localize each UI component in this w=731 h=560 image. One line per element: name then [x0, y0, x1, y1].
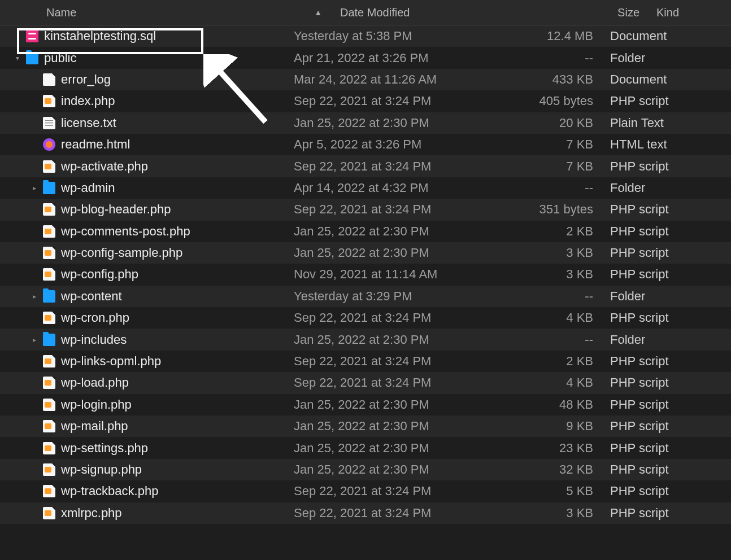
file-date-cell: Jan 25, 2022 at 2:30 PM: [282, 462, 486, 477]
file-name-cell[interactable]: wp-config.php: [0, 267, 282, 282]
file-name-cell[interactable]: wp-load.php: [0, 375, 282, 390]
file-kind-cell: PHP script: [598, 310, 731, 325]
file-row[interactable]: wp-load.phpSep 22, 2021 at 3:24 PM4 KBPH…: [0, 372, 731, 393]
file-name-label: wp-blog-header.php: [61, 202, 171, 217]
file-name-label: error_log: [61, 72, 111, 87]
php-file-icon: [43, 355, 55, 368]
file-kind-cell: Folder: [598, 289, 731, 304]
file-date-cell: Apr 14, 2022 at 4:32 PM: [282, 181, 486, 195]
disclosure-triangle-icon[interactable]: ▸: [31, 292, 38, 300]
file-date-cell: Jan 25, 2022 at 2:30 PM: [282, 116, 486, 130]
file-row[interactable]: license.txtJan 25, 2022 at 2:30 PM20 KBP…: [0, 112, 731, 134]
file-date-cell: Sep 22, 2021 at 3:24 PM: [282, 484, 486, 498]
file-size-cell: 351 bytes: [486, 202, 598, 217]
file-name-cell[interactable]: wp-signup.php: [0, 462, 282, 477]
file-row[interactable]: error_logMar 24, 2022 at 11:26 AM433 KBD…: [0, 69, 731, 90]
header-date[interactable]: Date Modified: [329, 6, 532, 19]
html-file-icon: [43, 138, 55, 151]
file-row[interactable]: wp-login.phpJan 25, 2022 at 2:30 PM48 KB…: [0, 394, 731, 415]
disclosure-triangle-icon[interactable]: ▸: [31, 336, 38, 344]
file-kind-cell: PHP script: [598, 397, 731, 412]
folder-icon: [43, 290, 55, 303]
file-row[interactable]: wp-config.phpNov 29, 2021 at 11:14 AM3 K…: [0, 264, 731, 285]
file-row[interactable]: wp-activate.phpSep 22, 2021 at 3:24 PM7 …: [0, 155, 731, 177]
file-date-cell: Sep 22, 2021 at 3:24 PM: [282, 310, 486, 325]
file-name-cell[interactable]: ▸wp-includes: [0, 333, 282, 347]
file-list[interactable]: kinstahelptesting.sqlYesterday at 5:38 P…: [0, 25, 731, 524]
php-file-icon: [43, 268, 55, 281]
file-name-cell[interactable]: ▸wp-admin: [0, 181, 282, 195]
file-name-label: wp-config.php: [61, 267, 138, 282]
file-row[interactable]: wp-mail.phpJan 25, 2022 at 2:30 PM9 KBPH…: [0, 415, 731, 437]
file-kind-cell: Document: [598, 29, 731, 43]
file-name-cell[interactable]: wp-blog-header.php: [0, 202, 282, 217]
file-row[interactable]: wp-comments-post.phpJan 25, 2022 at 2:30…: [0, 221, 731, 242]
file-kind-cell: PHP script: [598, 484, 731, 498]
file-name-cell[interactable]: wp-config-sample.php: [0, 246, 282, 260]
file-date-cell: Mar 24, 2022 at 11:26 AM: [282, 72, 486, 87]
file-name-label: wp-includes: [61, 333, 127, 347]
file-size-cell: --: [486, 289, 598, 304]
file-name-cell[interactable]: readme.html: [0, 137, 282, 152]
header-size[interactable]: Size: [532, 6, 644, 19]
file-kind-cell: Folder: [598, 181, 731, 195]
file-name-label: xmlrpc.php: [61, 506, 122, 520]
file-row[interactable]: wp-settings.phpJan 25, 2022 at 2:30 PM23…: [0, 437, 731, 458]
file-date-cell: Jan 25, 2022 at 2:30 PM: [282, 224, 486, 239]
file-row[interactable]: kinstahelptesting.sqlYesterday at 5:38 P…: [0, 25, 731, 47]
file-name-label: wp-mail.php: [61, 419, 128, 434]
file-name-cell[interactable]: wp-comments-post.php: [0, 224, 282, 239]
file-row[interactable]: wp-trackback.phpSep 22, 2021 at 3:24 PM5…: [0, 480, 731, 502]
file-size-cell: 7 KB: [486, 159, 598, 174]
file-name-cell[interactable]: wp-login.php: [0, 397, 282, 412]
file-date-cell: Sep 22, 2021 at 3:24 PM: [282, 375, 486, 390]
file-kind-cell: PHP script: [598, 462, 731, 477]
file-name-cell[interactable]: index.php: [0, 94, 282, 108]
file-date-cell: Sep 22, 2021 at 3:24 PM: [282, 354, 486, 369]
file-row[interactable]: wp-cron.phpSep 22, 2021 at 3:24 PM4 KBPH…: [0, 307, 731, 329]
file-kind-cell: PHP script: [598, 94, 731, 108]
file-row[interactable]: ▸wp-contentYesterday at 3:29 PM--Folder: [0, 286, 731, 307]
file-name-cell[interactable]: wp-mail.php: [0, 419, 282, 434]
file-size-cell: 12.4 MB: [486, 29, 598, 43]
file-row[interactable]: ▸wp-adminApr 14, 2022 at 4:32 PM--Folder: [0, 177, 731, 199]
file-name-cell[interactable]: xmlrpc.php: [0, 506, 282, 520]
file-row[interactable]: wp-links-opml.phpSep 22, 2021 at 3:24 PM…: [0, 351, 731, 372]
php-file-icon: [43, 485, 55, 497]
file-name-label: wp-links-opml.php: [61, 354, 161, 369]
file-name-cell[interactable]: license.txt: [0, 116, 282, 130]
file-size-cell: 9 KB: [486, 419, 598, 434]
file-name-cell[interactable]: wp-trackback.php: [0, 484, 282, 498]
column-headers: Name ▲ Date Modified Size Kind: [0, 0, 731, 25]
file-row[interactable]: readme.htmlApr 5, 2022 at 3:26 PM7 KBHTM…: [0, 134, 731, 155]
file-name-label: kinstahelptesting.sql: [44, 29, 156, 43]
file-kind-cell: PHP script: [598, 441, 731, 456]
file-name-cell[interactable]: ▸wp-content: [0, 289, 282, 304]
file-size-cell: --: [486, 181, 598, 195]
file-name-cell[interactable]: ▾public: [0, 51, 282, 65]
file-row[interactable]: wp-signup.phpJan 25, 2022 at 2:30 PM32 K…: [0, 459, 731, 480]
header-name[interactable]: Name ▲: [0, 6, 329, 19]
file-row[interactable]: wp-config-sample.phpJan 25, 2022 at 2:30…: [0, 242, 731, 264]
file-name-cell[interactable]: wp-settings.php: [0, 441, 282, 456]
php-file-icon: [43, 463, 55, 476]
file-row[interactable]: xmlrpc.phpSep 22, 2021 at 3:24 PM3 KBPHP…: [0, 502, 731, 524]
file-name-cell[interactable]: error_log: [0, 72, 282, 87]
file-row[interactable]: wp-blog-header.phpSep 22, 2021 at 3:24 P…: [0, 199, 731, 220]
file-row[interactable]: ▾publicApr 21, 2022 at 3:26 PM--Folder: [0, 47, 731, 68]
file-kind-cell: Document: [598, 72, 731, 87]
file-size-cell: 23 KB: [486, 441, 598, 456]
text-file-icon: [43, 117, 55, 129]
disclosure-triangle-icon[interactable]: ▸: [31, 184, 38, 192]
file-name-cell[interactable]: wp-activate.php: [0, 159, 282, 174]
header-kind[interactable]: Kind: [644, 6, 731, 19]
file-name-cell[interactable]: wp-cron.php: [0, 310, 282, 325]
file-name-label: wp-admin: [61, 181, 115, 195]
disclosure-triangle-icon[interactable]: ▾: [14, 54, 21, 62]
header-size-label: Size: [617, 6, 639, 19]
file-name-cell[interactable]: wp-links-opml.php: [0, 354, 282, 369]
file-name-cell[interactable]: kinstahelptesting.sql: [0, 29, 282, 43]
file-name-label: wp-login.php: [61, 397, 132, 412]
file-row[interactable]: index.phpSep 22, 2021 at 3:24 PM405 byte…: [0, 90, 731, 112]
file-row[interactable]: ▸wp-includesJan 25, 2022 at 2:30 PM--Fol…: [0, 329, 731, 350]
